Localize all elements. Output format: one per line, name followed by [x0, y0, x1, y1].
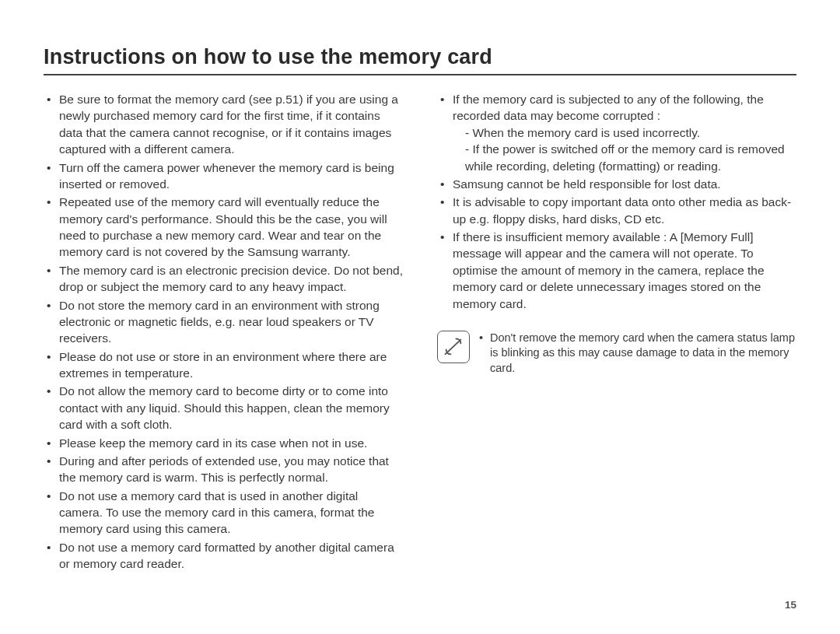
list-item: Do not allow the memory card to become d…	[47, 383, 403, 433]
list-item: Do not store the memory card in an envir…	[47, 297, 403, 347]
list-item: Do not use a memory card that is used in…	[47, 488, 403, 538]
list-item: If the memory card is subjected to any o…	[440, 91, 796, 174]
list-item: Do not use a memory card formatted by an…	[47, 539, 403, 573]
list-item: Repeated use of the memory card will eve…	[47, 194, 403, 261]
sub-item: - If the power is switched off or the me…	[453, 141, 796, 174]
manual-page: Instructions on how to use the memory ca…	[0, 0, 840, 634]
title-rule	[44, 74, 796, 75]
note-text: Don't remove the memory card when the ca…	[479, 331, 796, 377]
list-item: Turn off the camera power whenever the m…	[47, 159, 403, 193]
sub-item: - When the memory card is used incorrect…	[453, 124, 796, 141]
right-bullet-list: If the memory card is subjected to any o…	[437, 91, 796, 312]
content-columns: Be sure to format the memory card (see p…	[44, 91, 796, 574]
list-item: Please keep the memory card in its case …	[47, 435, 403, 451]
list-item: If there is insufficient memory availabl…	[440, 229, 796, 312]
page-number: 15	[785, 599, 796, 611]
list-item-lead: If the memory card is subjected to any o…	[453, 93, 764, 122]
right-column: If the memory card is subjected to any o…	[437, 91, 796, 574]
list-item: Samsung cannot be held responsible for l…	[440, 176, 796, 192]
page-title: Instructions on how to use the memory ca…	[44, 45, 796, 69]
list-item: It is advisable to copy important data o…	[440, 194, 796, 227]
list-item: Please do not use or store in an environ…	[47, 349, 403, 382]
note-icon	[437, 331, 470, 363]
note-bullet: Don't remove the memory card when the ca…	[479, 331, 796, 377]
list-item: Be sure to format the memory card (see p…	[47, 91, 403, 158]
note-box: Don't remove the memory card when the ca…	[437, 331, 796, 377]
left-bullet-list: Be sure to format the memory card (see p…	[44, 91, 403, 573]
left-column: Be sure to format the memory card (see p…	[44, 91, 403, 574]
list-item: During and after periods of extended use…	[47, 453, 403, 486]
list-item: The memory card is an electronic precisi…	[47, 262, 403, 296]
